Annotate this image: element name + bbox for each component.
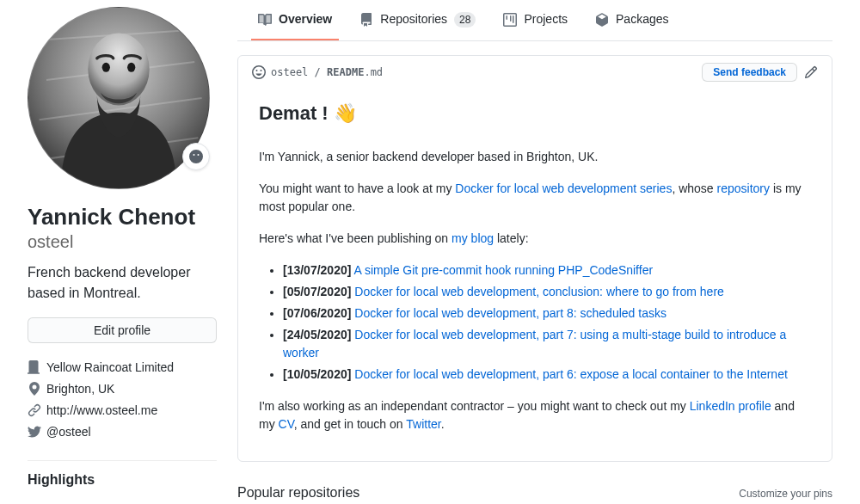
readme-p2: You might want to have a look at my Dock… [259,180,811,216]
link-post[interactable]: Docker for local web development, part 7… [283,328,786,360]
tab-overview[interactable]: Overview [251,0,339,40]
book-icon [258,13,272,27]
customize-pins-link[interactable]: Customize your pins [739,486,832,501]
link-post[interactable]: Docker for local web development, part 6… [354,367,788,381]
repo-icon [359,13,373,27]
building-icon [28,360,41,374]
avatar[interactable] [28,7,210,189]
popular-title: Popular repositories [237,482,359,503]
profile-sidebar: Yannick Chenot osteel French backend dev… [28,0,217,504]
readme-p4: I'm also working as an independant contr… [259,397,811,433]
set-status-button[interactable] [182,143,210,170]
link-post[interactable]: Docker for local web development, part 8… [354,306,666,320]
readme-p3: Here's what I've been publishing on my b… [259,230,811,248]
company-text: Yellow Raincoat Limited [46,359,174,377]
link-post[interactable]: A simple Git pre-commit hook running PHP… [354,263,654,277]
location-icon [28,382,41,396]
svg-point-2 [102,63,110,72]
link-cv[interactable]: CV [279,417,294,431]
list-item: [24/05/2020] Docker for local web develo… [283,326,811,362]
tab-repositories[interactable]: Repositories 28 [353,0,482,40]
smiley-icon [252,65,266,79]
readme-owner: osteel [271,66,308,78]
link-docker-series[interactable]: Docker for local web development series [455,181,672,195]
list-item: [10/05/2020] Docker for local web develo… [283,366,811,384]
highlights-heading: Highlights [28,460,217,490]
svg-point-3 [127,63,135,72]
detail-twitter[interactable]: @osteel [28,421,217,443]
list-item: [05/07/2020] Docker for local web develo… [283,283,811,301]
package-icon [595,13,609,27]
profile-nav: Overview Repositories 28 Projects Packag… [237,0,832,41]
project-icon [503,13,517,27]
profile-name: Yannick Chenot [28,203,217,231]
readme-posts-list: [13/07/2020] A simple Git pre-commit hoo… [259,261,811,384]
tab-packages[interactable]: Packages [588,0,675,40]
link-linkedin[interactable]: LinkedIn profile [690,399,771,413]
list-item: [07/06/2020] Docker for local web develo… [283,304,811,323]
svg-point-1 [88,33,149,105]
detail-website[interactable]: http://www.osteel.me [28,400,217,421]
link-repository[interactable]: repository [717,181,770,195]
tab-packages-label: Packages [616,10,668,28]
twitter-text: @osteel [46,423,91,441]
link-icon [28,403,41,417]
send-feedback-button[interactable]: Send feedback [702,63,797,82]
detail-company: Yellow Raincoat Limited [28,357,217,378]
link-post[interactable]: Docker for local web development, conclu… [354,285,724,298]
tab-projects-label: Projects [524,10,568,28]
tab-projects[interactable]: Projects [496,0,574,40]
tab-overview-label: Overview [279,10,332,28]
readme-filename: README [327,66,364,78]
twitter-icon [28,425,41,439]
profile-login: osteel [28,231,217,252]
location-text: Brighton, UK [46,380,114,398]
tab-repositories-label: Repositories [380,10,447,28]
detail-location: Brighton, UK [28,378,217,400]
list-item: [13/07/2020] A simple Git pre-commit hoo… [283,261,811,280]
edit-readme-icon[interactable] [804,65,818,79]
profile-bio: French backend developer based in Montre… [28,262,217,304]
link-twitter[interactable]: Twitter [406,417,440,431]
website-text: http://www.osteel.me [46,402,157,420]
edit-profile-button[interactable]: Edit profile [28,317,217,343]
readme-intro: I'm Yannick, a senior backend developer … [259,148,811,166]
readme-title: Demat ! 👋 [259,99,811,134]
readme-box: osteel / README.md Send feedback Demat !… [237,55,832,462]
link-blog[interactable]: my blog [452,231,494,245]
repo-count-badge: 28 [454,12,476,28]
